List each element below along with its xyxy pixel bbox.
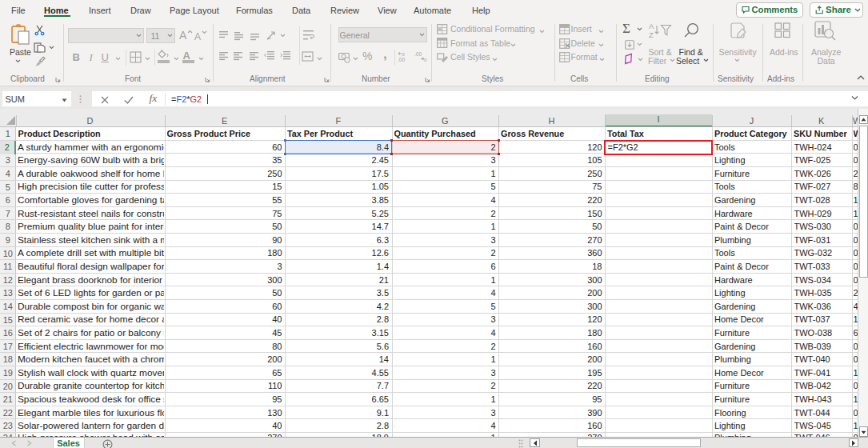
svg-text:.00: .00 [414, 51, 422, 57]
svg-text:Z: Z [649, 30, 654, 39]
svg-text:A: A [649, 22, 654, 30]
svg-text:.00: .00 [398, 57, 405, 62]
